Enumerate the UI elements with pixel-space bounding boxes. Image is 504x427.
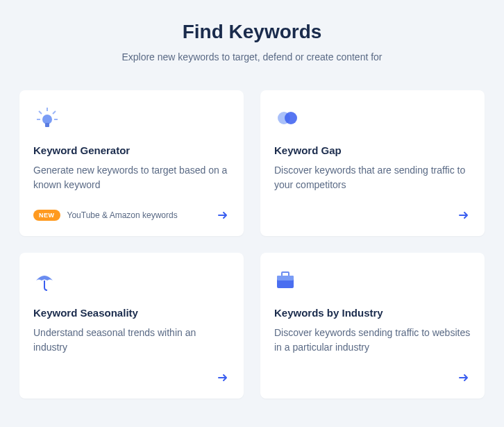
card-footer <box>274 371 471 385</box>
card-title: Keyword Gap <box>274 144 471 156</box>
card-title: Keyword Seasonality <box>33 307 230 319</box>
card-title: Keyword Generator <box>33 144 230 156</box>
card-keyword-seasonality[interactable]: Keyword Seasonality Understand seasonal … <box>19 253 244 399</box>
card-footer <box>33 371 230 385</box>
umbrella-icon <box>33 267 230 294</box>
card-title: Keywords by Industry <box>274 307 471 319</box>
arrow-right-icon <box>457 208 471 222</box>
svg-rect-1 <box>45 123 49 127</box>
page-subtitle: Explore new keywords to target, defend o… <box>19 51 485 62</box>
svg-line-4 <box>53 111 56 114</box>
svg-rect-12 <box>277 276 294 281</box>
card-description: Understand seasonal trends within an ind… <box>33 326 230 360</box>
page-title: Find Keywords <box>19 21 485 43</box>
svg-point-0 <box>42 115 52 124</box>
card-keyword-gap[interactable]: Keyword Gap Discover keywords that are s… <box>260 90 485 236</box>
card-description: Discover keywords that are sending traff… <box>274 163 471 197</box>
briefcase-icon <box>274 267 471 294</box>
svg-line-3 <box>39 111 42 114</box>
svg-point-8 <box>285 112 297 124</box>
card-footer <box>274 208 471 222</box>
badge-text: YouTube & Amazon keywords <box>67 210 178 220</box>
card-footer: NEW YouTube & Amazon keywords <box>33 208 230 222</box>
card-description: Discover keywords sending traffic to web… <box>274 326 471 360</box>
arrow-right-icon <box>457 371 471 385</box>
card-grid: Keyword Generator Generate new keywords … <box>19 90 485 399</box>
page-header: Find Keywords Explore new keywords to ta… <box>19 21 485 62</box>
arrow-right-icon <box>216 371 230 385</box>
card-keywords-by-industry[interactable]: Keywords by Industry Discover keywords s… <box>260 253 485 399</box>
new-badge: NEW <box>33 210 60 221</box>
overlap-circles-icon <box>274 104 471 132</box>
lightbulb-icon <box>33 104 230 132</box>
card-keyword-generator[interactable]: Keyword Generator Generate new keywords … <box>19 90 244 236</box>
card-description: Generate new keywords to target based on… <box>33 163 230 197</box>
arrow-right-icon <box>216 208 230 222</box>
